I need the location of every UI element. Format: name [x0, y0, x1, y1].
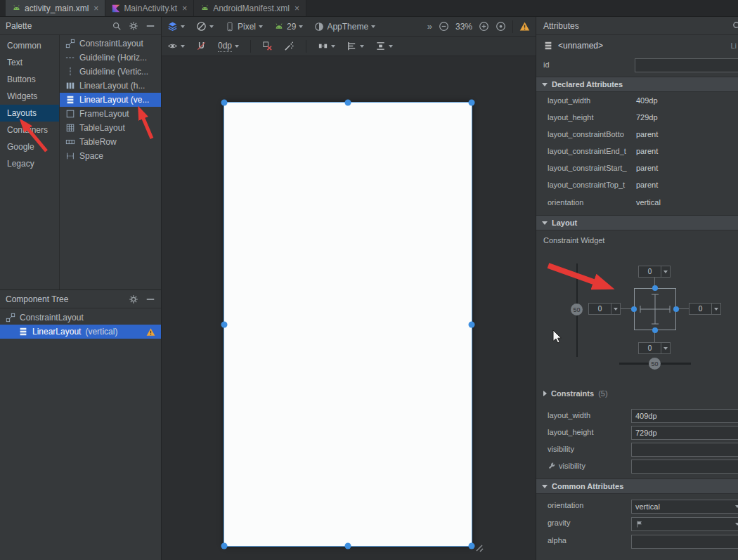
- attribute-row[interactable]: layout_constraintStart_ parent: [536, 160, 738, 177]
- attribute-row[interactable]: layout_height 729dp: [536, 110, 738, 126]
- horizontal-bias-knob[interactable]: 50: [649, 358, 661, 370]
- gear-icon[interactable]: [129, 294, 138, 304]
- vertical-bias-knob[interactable]: 50: [571, 304, 583, 315]
- minimize-icon[interactable]: [145, 21, 155, 31]
- constraint-widget-box[interactable]: [634, 288, 676, 330]
- palette-category-buttons[interactable]: Buttons: [0, 71, 59, 88]
- palette-category-containers[interactable]: Containers: [0, 122, 59, 138]
- theme-selector[interactable]: AppTheme: [314, 22, 375, 32]
- resize-handle[interactable]: [221, 543, 228, 549]
- palette-item-table-row[interactable]: TableRow: [60, 135, 161, 149]
- resize-handle[interactable]: [469, 100, 475, 106]
- autoconnect-toggle[interactable]: [196, 41, 207, 51]
- resize-handle[interactable]: [345, 543, 351, 549]
- zoom-out-icon[interactable]: [439, 21, 449, 32]
- alpha-input[interactable]: [631, 535, 738, 549]
- attribute-row[interactable]: layout_constraintTop_t parent: [536, 177, 738, 194]
- palette-item-guideline-horizontal[interactable]: Guideline (Horiz...: [60, 51, 161, 65]
- tools-visibility-input[interactable]: [631, 460, 738, 474]
- palette-item-space[interactable]: Space: [60, 149, 161, 163]
- minimize-icon[interactable]: [145, 294, 155, 304]
- visibility-input[interactable]: [631, 443, 738, 457]
- id-input[interactable]: [635, 58, 738, 72]
- tab-main-activity[interactable]: MainActivity.kt ×: [105, 0, 194, 16]
- margin-top-select[interactable]: 0: [638, 266, 671, 278]
- default-margin-selector[interactable]: 0dp: [218, 41, 239, 52]
- view-options[interactable]: [167, 41, 185, 51]
- palette-category-legacy[interactable]: Legacy: [0, 155, 59, 172]
- toolbar-overflow[interactable]: »: [427, 21, 432, 32]
- warnings-button[interactable]: [519, 21, 530, 32]
- close-icon[interactable]: ×: [182, 4, 187, 13]
- clear-constraints-button[interactable]: [262, 41, 273, 51]
- gear-icon[interactable]: [129, 21, 138, 31]
- design-canvas[interactable]: [162, 56, 536, 560]
- attribute-row[interactable]: orientation vertical: [536, 195, 738, 211]
- design-surface: Pixel 29 AppTheme » 33%: [162, 17, 536, 560]
- palette-item-frame-layout[interactable]: FrameLayout: [60, 107, 161, 121]
- gravity-input[interactable]: [631, 517, 738, 531]
- infer-constraints-button[interactable]: [284, 41, 294, 51]
- zoom-in-icon[interactable]: [479, 21, 489, 32]
- resize-handle[interactable]: [221, 100, 228, 106]
- declared-attributes-section[interactable]: Declared Attributes: [536, 77, 738, 92]
- resize-handle[interactable]: [221, 321, 228, 327]
- tree-item-constraint-layout[interactable]: ConstraintLayout: [0, 311, 161, 325]
- palette-category-text[interactable]: Text: [0, 54, 59, 71]
- bottom-anchor[interactable]: [652, 327, 658, 333]
- layout-width-input[interactable]: 409dp: [631, 409, 738, 423]
- guidelines-menu[interactable]: [375, 41, 393, 51]
- layers-icon: [167, 21, 178, 32]
- zoom-fit-icon[interactable]: [496, 21, 506, 32]
- start-anchor[interactable]: [631, 306, 637, 312]
- tab-activity-main[interactable]: activity_main.xml ×: [6, 0, 105, 16]
- palette-category-widgets[interactable]: Widgets: [0, 88, 59, 105]
- search-icon[interactable]: [732, 20, 738, 31]
- api-selector[interactable]: 29: [274, 22, 303, 32]
- close-icon[interactable]: ×: [93, 4, 98, 13]
- chevron-down-icon: [235, 45, 239, 48]
- component-name: <unnamed>: [558, 41, 603, 51]
- end-anchor[interactable]: [673, 306, 679, 312]
- close-icon[interactable]: ×: [294, 4, 299, 13]
- margin-start-select[interactable]: 0: [588, 303, 621, 315]
- resize-handle[interactable]: [345, 100, 351, 106]
- pack-menu[interactable]: [318, 41, 335, 51]
- palette-item-guideline-vertical[interactable]: Guideline (Vertic...: [60, 65, 161, 79]
- collapse-icon: [542, 221, 548, 225]
- palette-item-table-layout[interactable]: TableLayout: [60, 121, 161, 135]
- align-menu[interactable]: [347, 41, 364, 51]
- canvas-resize-corner[interactable]: [474, 542, 484, 552]
- palette-item-linear-layout-horizontal[interactable]: LinearLayout (h...: [60, 79, 161, 93]
- attribute-row[interactable]: layout_width 409dp: [536, 93, 738, 110]
- tree-item-linear-layout[interactable]: LinearLayout (vertical): [0, 325, 161, 339]
- android-icon: [12, 4, 21, 13]
- margin-bottom-select[interactable]: 0: [638, 342, 671, 354]
- margin-end-select[interactable]: 0: [689, 303, 721, 315]
- layout-height-input[interactable]: 729dp: [631, 426, 738, 440]
- linear-layout-artboard[interactable]: [224, 102, 472, 547]
- palette-category-layouts[interactable]: Layouts: [0, 105, 59, 122]
- palette-category-common[interactable]: Common: [0, 37, 59, 54]
- constraint-widget: 50 50 0 0 0 0: [536, 249, 738, 382]
- palette-item-linear-layout-vertical[interactable]: LinearLayout (ve...: [60, 93, 161, 107]
- constraints-section[interactable]: Constraints (5): [536, 385, 738, 402]
- chevron-down-icon: [389, 45, 393, 48]
- palette-panel: Palette Common Text Buttons Widgets Layo…: [0, 17, 162, 289]
- layout-section[interactable]: Layout: [536, 215, 738, 230]
- resize-handle[interactable]: [469, 321, 475, 327]
- attribute-row[interactable]: layout_constraintBotto parent: [536, 126, 738, 143]
- component-tree-title: Component Tree: [6, 294, 122, 304]
- attribute-row[interactable]: layout_constraintEnd_t parent: [536, 143, 738, 160]
- warning-icon[interactable]: [146, 327, 155, 337]
- tab-android-manifest[interactable]: AndroidManifest.xml ×: [194, 0, 306, 16]
- orientation-input[interactable]: vertical: [631, 500, 738, 514]
- device-selector[interactable]: Pixel: [225, 22, 263, 32]
- common-attributes-section[interactable]: Common Attributes: [536, 478, 738, 494]
- design-mode-selector[interactable]: [167, 21, 185, 32]
- palette-item-constraint-layout[interactable]: ConstraintLayout: [60, 37, 161, 51]
- top-anchor[interactable]: [652, 285, 658, 291]
- search-icon[interactable]: [112, 21, 122, 31]
- orientation-selector[interactable]: [196, 21, 214, 32]
- palette-category-google[interactable]: Google: [0, 138, 59, 155]
